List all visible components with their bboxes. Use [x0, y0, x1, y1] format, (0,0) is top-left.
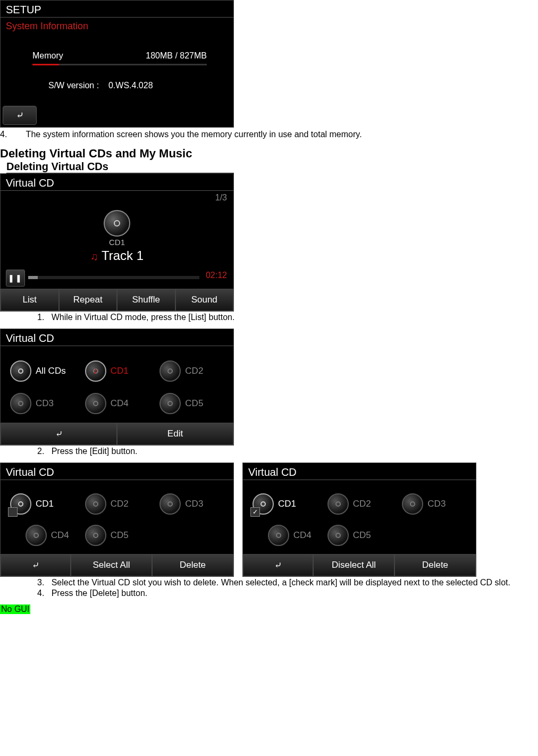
all-cds-item[interactable]: All CDs — [5, 355, 80, 387]
no-gui-badge: No GUI — [0, 604, 30, 614]
disc-icon — [10, 493, 31, 515]
music-note-icon: ♫ — [90, 250, 98, 262]
cd1-item[interactable]: CD1 — [5, 489, 80, 520]
memory-label: Memory — [32, 51, 63, 61]
disc-icon — [159, 360, 181, 382]
cd2-label: CD2 — [353, 499, 371, 509]
cd3-item[interactable]: CD3 — [5, 387, 80, 419]
track-counter: 1/3 — [215, 193, 227, 203]
all-cds-label: All CDs — [36, 366, 66, 376]
music-note-icon: ♪ — [93, 365, 98, 376]
sound-button[interactable]: Sound — [175, 289, 234, 311]
step-2-text: 2. Press the [Edit] button. — [37, 447, 538, 456]
cd4-label: CD4 — [293, 530, 312, 541]
step-1-text: 1. While in Virtual CD mode, press the [… — [37, 313, 538, 322]
player-panel: Virtual CD 1/3 CD1 ♫Track 1 ❚❚ 02:12 Lis… — [0, 173, 234, 312]
step-4-text: 4. The system information screen shows y… — [0, 130, 538, 139]
back-button[interactable]: ⤶ — [1, 554, 71, 576]
delete-button[interactable]: Delete — [394, 554, 476, 576]
vcd-list-title: Virtual CD — [1, 329, 233, 346]
disc-icon — [10, 393, 31, 414]
edit-button[interactable]: Edit — [117, 423, 233, 445]
cd5-item[interactable]: CD5 — [80, 520, 155, 551]
setup-title: SETUP — [1, 1, 233, 18]
disc-icon — [402, 493, 423, 515]
checkbox-icon — [8, 507, 18, 517]
disc-icon — [327, 525, 349, 546]
cd-label: CD1 — [1, 238, 233, 247]
vcd-edit-title: Virtual CD — [1, 463, 233, 480]
player-title: Virtual CD — [1, 174, 233, 191]
disc-icon: ♪ — [85, 360, 106, 382]
pause-button[interactable]: ❚❚ — [6, 270, 25, 287]
repeat-button[interactable]: Repeat — [59, 289, 117, 311]
setup-panel: SETUP System Information Memory 180MB / … — [0, 0, 234, 128]
cd5-item[interactable]: CD5 — [322, 520, 397, 551]
disc-icon — [104, 210, 130, 237]
disc-icon — [26, 525, 47, 546]
step-3-text: 3. Select the Virtual CD slot you wish t… — [37, 578, 538, 587]
back-button[interactable]: ⤶ — [1, 423, 117, 445]
cd2-label: CD2 — [185, 366, 203, 376]
cd5-label: CD5 — [353, 530, 371, 541]
select-all-button[interactable]: Select All — [71, 554, 152, 576]
disc-icon — [327, 493, 349, 515]
memory-value: 180MB / 827MB — [146, 51, 207, 61]
disc-icon — [85, 393, 106, 414]
heading-deleting: Deleting Virtual CDs and My Music — [0, 147, 538, 161]
disc-icon — [85, 493, 106, 515]
cd4-item[interactable]: CD4 — [5, 520, 80, 551]
cd1-label: CD1 — [278, 499, 296, 509]
disc-icon — [268, 525, 289, 546]
cd3-label: CD3 — [185, 499, 203, 509]
cd4-item[interactable]: CD4 — [247, 520, 322, 551]
cd1-item[interactable]: ✓ CD1 — [247, 489, 322, 520]
shuffle-button[interactable]: Shuffle — [117, 289, 175, 311]
cd5-label: CD5 — [185, 398, 203, 409]
cd5-label: CD5 — [111, 530, 129, 541]
memory-bar — [1, 64, 233, 66]
cd4-label: CD4 — [111, 398, 129, 409]
list-button[interactable]: List — [1, 289, 59, 311]
delete-button[interactable]: Delete — [152, 554, 233, 576]
back-button[interactable]: ⤶ — [243, 554, 313, 576]
step-4b-text: 4. Press the [Delete] button. — [37, 589, 538, 598]
cd1-label: CD1 — [36, 499, 54, 509]
track-label: Track 1 — [102, 248, 144, 263]
track-row: ♫Track 1 — [1, 248, 233, 263]
vcd-edit-title: Virtual CD — [243, 463, 476, 480]
cd2-item[interactable]: CD2 — [80, 489, 155, 520]
cd3-item[interactable]: CD3 — [397, 489, 472, 520]
disc-icon — [159, 493, 181, 515]
disc-icon — [85, 525, 106, 546]
cd2-item[interactable]: CD2 — [154, 355, 229, 387]
sw-version-value: 0.WS.4.028 — [108, 81, 153, 90]
vcd-list-panel: Virtual CD All CDs ♪ CD1 CD2 CD3 CD4 CD5… — [0, 329, 234, 446]
diselect-all-button[interactable]: Diselect All — [313, 554, 394, 576]
elapsed-time: 02:12 — [206, 271, 227, 280]
checkmark-icon: ✓ — [250, 507, 260, 517]
disc-icon — [159, 393, 181, 414]
cd5-item[interactable]: CD5 — [154, 387, 229, 419]
cd1-item[interactable]: ♪ CD1 — [80, 355, 155, 387]
setup-subtitle: System Information — [1, 18, 233, 35]
heading-deleting-vcd: Deleting Virtual CDs — [6, 161, 234, 173]
cd3-label: CD3 — [427, 499, 445, 509]
vcd-edit-panel-selected: Virtual CD ✓ CD1 CD2 CD3 CD4 — [242, 463, 476, 577]
cd3-item[interactable]: CD3 — [154, 489, 229, 520]
back-button[interactable]: ⤶ — [3, 106, 37, 125]
vcd-edit-panel-unselected: Virtual CD CD1 CD2 CD3 CD4 — [0, 463, 234, 577]
cd2-item[interactable]: CD2 — [322, 489, 397, 520]
cd2-label: CD2 — [111, 499, 129, 509]
disc-icon: ✓ — [253, 493, 274, 515]
cd1-label: CD1 — [111, 366, 129, 376]
progress-bar[interactable] — [28, 276, 199, 279]
disc-icon — [10, 360, 31, 382]
cd3-label: CD3 — [36, 398, 54, 409]
cd4-item[interactable]: CD4 — [80, 387, 155, 419]
cd4-label: CD4 — [51, 530, 69, 541]
sw-version-label: S/W version : — [48, 81, 99, 90]
